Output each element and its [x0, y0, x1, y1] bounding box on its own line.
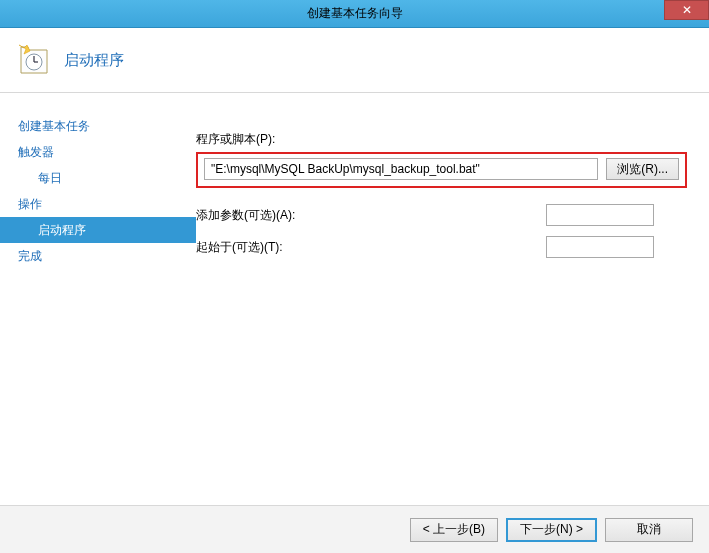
titlebar: 创建基本任务向导 ✕ [0, 0, 709, 28]
page-title: 启动程序 [64, 51, 124, 70]
sidebar-item-create-task[interactable]: 创建基本任务 [0, 113, 196, 139]
cancel-button[interactable]: 取消 [605, 518, 693, 542]
sidebar-item-finish[interactable]: 完成 [0, 243, 196, 269]
window-title: 创建基本任务向导 [307, 5, 403, 22]
highlight-annotation: 浏览(R)... [196, 152, 687, 188]
wizard-body: 创建基本任务 触发器 每日 操作 启动程序 完成 程序或脚本(P): 浏览(R)… [0, 93, 709, 505]
args-input[interactable] [546, 204, 654, 226]
startin-input[interactable] [546, 236, 654, 258]
wizard-header: 启动程序 [0, 28, 709, 93]
wizard-window: 创建基本任务向导 ✕ 启动程序 创建基本任务 触发器 每日 操作 启动程序 完成 [0, 0, 709, 553]
sidebar-item-trigger[interactable]: 触发器 [0, 139, 196, 165]
close-icon: ✕ [682, 3, 692, 17]
wizard-steps-sidebar: 创建基本任务 触发器 每日 操作 启动程序 完成 [0, 93, 196, 505]
sidebar-item-start-program[interactable]: 启动程序 [0, 217, 196, 243]
script-input[interactable] [204, 158, 598, 180]
script-label: 程序或脚本(P): [196, 131, 687, 148]
next-button[interactable]: 下一步(N) > [506, 518, 597, 542]
back-button[interactable]: < 上一步(B) [410, 518, 498, 542]
wizard-content: 程序或脚本(P): 浏览(R)... 添加参数(可选)(A): 起始于(可选)(… [196, 93, 709, 505]
close-button[interactable]: ✕ [664, 0, 709, 20]
browse-button[interactable]: 浏览(R)... [606, 158, 679, 180]
startin-label: 起始于(可选)(T): [196, 239, 546, 256]
start-program-icon [18, 44, 50, 76]
sidebar-item-action[interactable]: 操作 [0, 191, 196, 217]
wizard-footer: < 上一步(B) 下一步(N) > 取消 [0, 505, 709, 553]
sidebar-item-daily[interactable]: 每日 [0, 165, 196, 191]
args-label: 添加参数(可选)(A): [196, 207, 546, 224]
